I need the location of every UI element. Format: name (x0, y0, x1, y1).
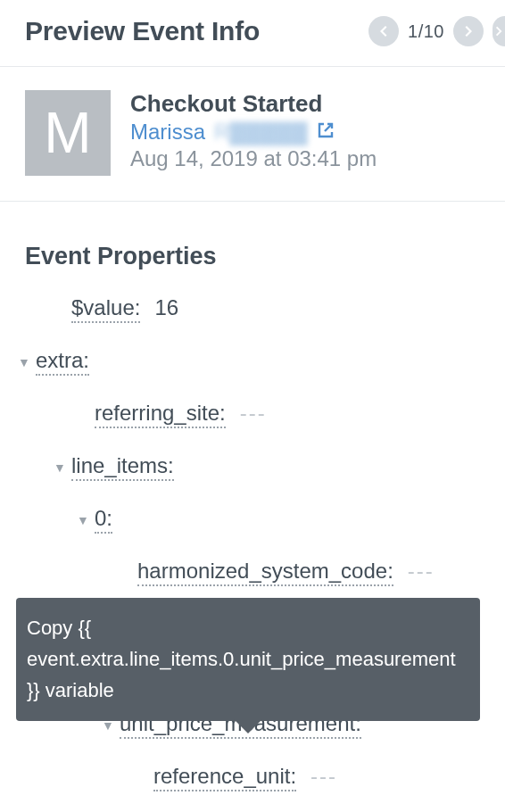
event-meta-text: Checkout Started Marissa R▓▓▓▓▓ Aug 14, … (130, 90, 377, 171)
user-first-name[interactable]: Marissa (130, 120, 205, 145)
prop-val: 16 (154, 295, 178, 320)
prop-referring-site: ▼ referring_site: --- (12, 388, 505, 441)
chevron-left-icon (377, 24, 391, 38)
prop-val: --- (408, 559, 435, 584)
caret-icon[interactable]: ▼ (71, 513, 95, 527)
prop-key[interactable]: 0: (95, 506, 112, 534)
tooltip-text: Copy {{ event.extra.line_items.0.unit_pr… (27, 617, 456, 701)
event-timestamp: Aug 14, 2019 at 03:41 pm (130, 146, 377, 171)
prop-index-0: ▼ 0: (12, 493, 505, 546)
prop-extra: ▼ extra: (12, 336, 505, 388)
prop-key[interactable]: harmonized_system_code: (137, 559, 393, 586)
prop-key[interactable]: extra: (36, 348, 89, 376)
user-last-name-obscured: R▓▓▓▓▓ (214, 120, 308, 145)
prop-key[interactable]: $value: (71, 295, 140, 323)
caret-icon[interactable]: ▼ (48, 460, 71, 475)
prop-line-items: ▼ line_items: (12, 441, 505, 493)
prop-key[interactable]: referring_site: (95, 401, 226, 428)
more-button[interactable] (493, 16, 505, 46)
page-title: Preview Event Info (25, 16, 260, 46)
caret-icon[interactable]: ▼ (12, 355, 36, 369)
header: Preview Event Info 1/10 (0, 0, 505, 67)
tooltip[interactable]: Copy {{ event.extra.line_items.0.unit_pr… (16, 598, 480, 721)
next-button[interactable] (453, 16, 484, 46)
prop-val: --- (310, 764, 337, 789)
user-line[interactable]: Marissa R▓▓▓▓▓ (130, 120, 377, 145)
external-link-icon[interactable] (317, 120, 335, 145)
event-meta: M Checkout Started Marissa R▓▓▓▓▓ Aug 14… (0, 67, 505, 202)
prop-key[interactable]: line_items: (71, 453, 174, 481)
prop-key[interactable]: reference_unit: (153, 764, 296, 791)
section-title: Event Properties (0, 202, 505, 283)
prop-reference-unit: ▼ reference_unit: --- (12, 751, 505, 804)
avatar: M (25, 90, 111, 176)
tooltip-arrow-icon (234, 719, 262, 733)
page-counter: 1/10 (408, 21, 444, 42)
prop-val: --- (240, 401, 267, 426)
nav-controls: 1/10 (368, 16, 505, 46)
prop-value: ▼ $value: 16 (12, 283, 505, 336)
prop-harmonized-system-code: ▼ harmonized_system_code: --- (12, 546, 505, 599)
event-name: Checkout Started (130, 90, 377, 118)
chevron-right-icon (493, 24, 505, 38)
prev-button[interactable] (368, 16, 399, 46)
chevron-right-icon (461, 24, 476, 38)
